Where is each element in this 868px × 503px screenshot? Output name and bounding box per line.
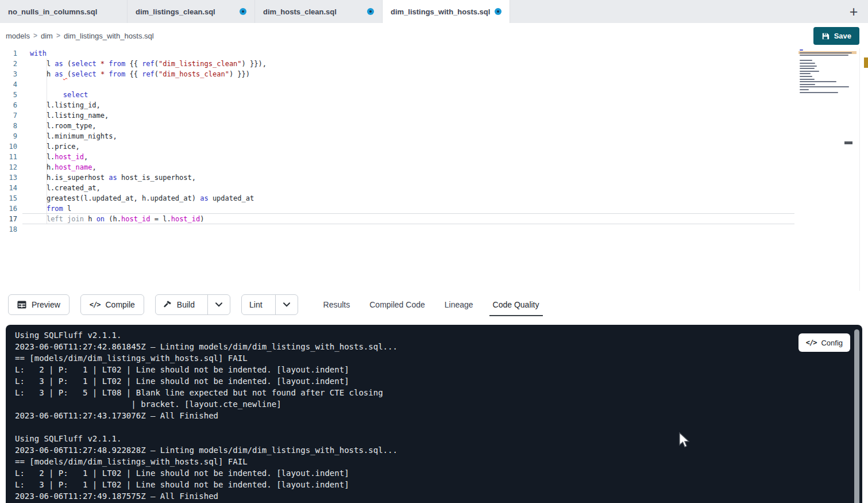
- breadcrumb-dim[interactable]: dim: [41, 32, 53, 40]
- code-line[interactable]: 5 select: [0, 90, 868, 100]
- code-line[interactable]: 11 l.host_id,: [0, 152, 868, 162]
- overview-ruler-warning-marker: [864, 57, 868, 68]
- minimap[interactable]: [798, 49, 858, 98]
- save-button-label: Save: [834, 32, 851, 40]
- tab-lineage-label: Lineage: [445, 300, 473, 309]
- tab-compiled-code-label: Compiled Code: [369, 300, 425, 309]
- table-grid-icon: [17, 301, 26, 309]
- tab-code-quality[interactable]: Code Quality: [493, 293, 539, 316]
- line-number: 16: [0, 203, 17, 214]
- preview-button[interactable]: Preview: [8, 294, 70, 315]
- tab-label: dim_listings_clean.sql: [136, 7, 215, 16]
- tab-label: dim_listings_with_hosts.sql: [391, 7, 490, 16]
- new-tab-button[interactable]: +: [843, 0, 865, 23]
- lint-dropdown-button[interactable]: [275, 295, 298, 314]
- tab-lineage[interactable]: Lineage: [445, 293, 473, 316]
- line-number: 17: [0, 214, 17, 224]
- breadcrumb-models[interactable]: models: [6, 32, 30, 40]
- tab-no-nulls-in-columns[interactable]: no_nulls_in_columns.sql: [0, 0, 128, 23]
- minimap-line: [800, 92, 838, 93]
- code-line[interactable]: 1with: [0, 48, 868, 59]
- chevron-right-icon: >: [56, 32, 60, 40]
- breadcrumb-file[interactable]: dim_listings_with_hosts.sql: [64, 32, 154, 40]
- tab-compiled-code[interactable]: Compiled Code: [369, 293, 425, 316]
- minimap-line: [800, 66, 817, 67]
- breadcrumb: models > dim > dim_listings_with_hosts.s…: [0, 23, 868, 48]
- tab-label: dim_hosts_clean.sql: [263, 7, 337, 16]
- minimap-line: [800, 79, 815, 80]
- config-label: Config: [821, 339, 843, 347]
- line-number: 5: [0, 90, 17, 100]
- code-line[interactable]: 15 greatest(l.updated_at, h.updated_at) …: [0, 193, 868, 203]
- code-editor[interactable]: 1with2 l as (select * from {{ ref("dim_l…: [0, 48, 868, 291]
- result-tabs: Results Compiled Code Lineage Code Quali…: [323, 293, 539, 316]
- editor-scrollbar[interactable]: [859, 48, 868, 291]
- unsaved-changes-dot-icon: [367, 8, 374, 15]
- line-number: 13: [0, 172, 17, 183]
- code-line[interactable]: 2 l as (select * from {{ ref("dim_listin…: [0, 59, 868, 69]
- code-line[interactable]: 13 h.is_superhost as host_is_superhost,: [0, 172, 868, 183]
- code-line[interactable]: 16 from l: [0, 203, 868, 214]
- code-line[interactable]: 4: [0, 79, 868, 90]
- line-number: 7: [0, 110, 17, 121]
- code-brackets-icon: </>: [806, 339, 817, 347]
- line-number: 15: [0, 193, 17, 203]
- terminal-scrollbar[interactable]: [854, 329, 859, 503]
- code-line[interactable]: 14 l.created_at,: [0, 183, 868, 193]
- code-line[interactable]: 6 l.listing_id,: [0, 100, 868, 110]
- code-line[interactable]: 3 h as (select * from {{ ref("dim_hosts_…: [0, 69, 868, 79]
- config-button[interactable]: </> Config: [798, 333, 850, 352]
- line-number: 11: [0, 152, 17, 162]
- build-button[interactable]: Build: [156, 295, 202, 314]
- code-line[interactable]: 17 left join h on (h.host_id = l.host_id…: [0, 214, 868, 224]
- line-number: 18: [0, 224, 17, 235]
- preview-label: Preview: [32, 300, 60, 309]
- minimap-line: [800, 81, 836, 82]
- line-number: 1: [0, 48, 17, 59]
- save-button[interactable]: Save: [813, 27, 859, 45]
- code-line[interactable]: 18: [0, 224, 868, 235]
- minimap-line: [800, 55, 848, 56]
- dbt-ide-window: no_nulls_in_columns.sql dim_listings_cle…: [0, 0, 868, 503]
- build-split-button: Build: [155, 294, 230, 315]
- tab-results[interactable]: Results: [323, 293, 350, 316]
- minimap-line: [800, 63, 815, 64]
- code-line[interactable]: 10 l.price,: [0, 141, 868, 152]
- minimap-line: [800, 84, 815, 85]
- minimap-line: [800, 76, 812, 77]
- build-label: Build: [177, 300, 195, 309]
- floppy-disk-icon: [821, 32, 830, 40]
- compile-button[interactable]: </> Compile: [80, 294, 144, 315]
- tab-code-quality-label: Code Quality: [493, 300, 539, 309]
- editor-lines: 1with2 l as (select * from {{ ref("dim_l…: [0, 48, 868, 235]
- lint-label: Lint: [249, 300, 263, 309]
- lint-terminal-panel: Using SQLFluff v2.1.1. 2023-06-06T11:27:…: [6, 325, 862, 503]
- action-toolbar: Preview </> Compile Build: [0, 293, 868, 316]
- minimap-line: [800, 89, 809, 90]
- tab-dim-listings-clean[interactable]: dim_listings_clean.sql: [128, 0, 255, 23]
- minimap-line: [800, 68, 815, 69]
- lint-button[interactable]: Lint: [242, 295, 270, 314]
- lint-split-button: Lint: [241, 294, 298, 315]
- build-dropdown-button[interactable]: [207, 295, 230, 314]
- tab-results-label: Results: [323, 300, 350, 309]
- line-number: 4: [0, 79, 17, 90]
- line-number: 6: [0, 100, 17, 110]
- code-line[interactable]: 12 h.host_name,: [0, 162, 868, 172]
- line-number: 9: [0, 131, 17, 141]
- minimap-line: [800, 52, 852, 53]
- chevron-right-icon: >: [33, 32, 37, 40]
- unsaved-changes-dot-icon: [495, 8, 501, 15]
- line-number: 2: [0, 59, 17, 69]
- chevron-down-icon: [215, 302, 222, 307]
- code-line[interactable]: 9 l.minimum_nights,: [0, 131, 868, 141]
- code-line[interactable]: 8 l.room_type,: [0, 121, 868, 131]
- file-tab-bar: no_nulls_in_columns.sql dim_listings_cle…: [0, 0, 868, 23]
- code-line[interactable]: 7 l.listing_name,: [0, 110, 868, 121]
- tab-dim-listings-with-hosts[interactable]: dim_listings_with_hosts.sql: [383, 0, 510, 23]
- line-number: 8: [0, 121, 17, 131]
- minimap-line: [800, 60, 812, 61]
- terminal-output: Using SQLFluff v2.1.1. 2023-06-06T11:27:…: [6, 325, 862, 502]
- chevron-down-icon: [283, 302, 290, 307]
- tab-dim-hosts-clean[interactable]: dim_hosts_clean.sql: [255, 0, 383, 23]
